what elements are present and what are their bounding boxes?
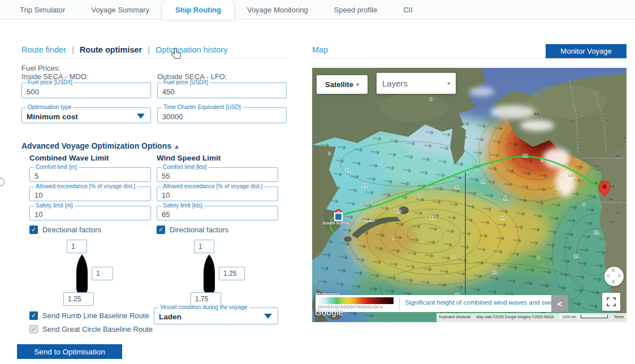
wind-directional-factors-widget [189,240,253,306]
contour-value-label: 2.5 [396,209,401,213]
vessel-condition-select[interactable]: Vessel condition during the voyage Laden [154,307,278,324]
vessel-condition-value: Laden [159,313,182,321]
fullscreen-icon [607,297,616,306]
rumb-line-checkbox[interactable]: ✓ [29,311,38,320]
optimisation-type-select[interactable]: Optimisation type Minimum cost [21,107,151,123]
map-place-label: South Korea [322,220,349,226]
map-region-label: Ca [621,136,626,140]
contour-value-label: 7 [541,158,543,162]
great-circle-checkbox: ✓ [29,325,38,333]
wind-limit-title: Wind Speed Limit [157,154,221,162]
legend-collapse-button[interactable]: < [551,295,568,312]
wind-exceedance-input[interactable] [157,188,278,200]
keyboard-shortcuts-link[interactable]: Keyboard shortcuts [437,313,474,322]
fuel-prices-title: Fuel Prices: [21,64,61,72]
map-attribution-bar: Keyboard shortcuts Map data ©2025 Google… [312,313,627,322]
tce-input[interactable] [158,109,286,122]
wave-follow-factor-input[interactable] [63,292,94,306]
contour-value-label: 1.5 [492,270,498,274]
wave-limit-title: Combined Wave Limit [29,154,109,162]
map-region-label: NV [616,211,621,215]
chevron-down-icon [264,314,272,319]
map-region-label: OR [607,197,614,201]
tab-ship-routing[interactable]: Ship Routing [162,0,234,20]
tab-voyage-summary[interactable]: Voyage Summary [78,0,162,19]
layers-dropdown[interactable]: Layers▾ [377,73,456,94]
clipped-edge-element [0,178,5,186]
contour-value-label: 1.5 [345,168,351,172]
weather-map-graphic [312,68,627,322]
map-region-label: NT [606,119,611,123]
nav-separator: | [148,45,150,54]
optimisation-type-value: Minimum cost [27,112,78,121]
wave-height-colorbar [319,297,394,304]
fullscreen-button[interactable] [602,293,620,311]
wave-safety-input[interactable] [30,207,150,219]
wind-comfort-input[interactable] [157,169,278,181]
optimisation-type-label: Optimisation type [26,104,73,110]
contour-value-label: 2 [379,161,382,165]
pan-down-icon: ᐯ [612,279,615,284]
tab-speed-profile[interactable]: Speed profile [321,0,391,19]
contour-value-label: 3.5 [503,197,509,201]
advanced-options-toggle[interactable]: Advanced Voyage Optimization Options ▲ [21,141,180,150]
terms-link[interactable]: Terms [611,313,627,322]
pan-right-icon: ᐳ [617,274,621,279]
route-finder-link[interactable]: Route finder [21,45,66,54]
map-type-dropdown[interactable]: Satellite▾ [317,75,368,94]
contour-value-label: 6.5 [522,154,528,158]
wind-head-factor-input[interactable] [194,240,214,253]
map-data-attribution: Map data ©2025 Google Imagery ©2025 NASA [474,313,557,322]
wind-safety-input[interactable] [157,207,278,219]
wave-directional-checkbox[interactable]: ✓ [29,226,38,234]
pan-up-icon: ᐱ [612,268,615,273]
chevron-down-icon: ▾ [447,80,450,86]
map-title: Map [312,45,328,54]
contour-value-label: 2.5 [362,184,368,188]
map-region-label: AK [534,112,539,116]
wind-directional-checkbox[interactable]: ✓ [157,226,165,234]
wind-beam-factor-input[interactable] [219,267,245,280]
scale-bar [581,315,608,318]
ship-hull-icon [74,254,90,294]
wave-height-legend: 00.511.523456789101112 m Significant hei… [316,295,551,312]
monitor-voyage-button[interactable]: Monitor Voyage [546,44,627,58]
chevron-down-icon: ▾ [356,81,359,88]
contour-value-label: 3.5 [430,216,435,220]
optimisation-history-link[interactable]: Optimisation history [155,45,227,54]
tab-cii[interactable]: CII [390,0,426,19]
map-region-label: BC [595,164,601,168]
map-region-label: ID [623,198,627,202]
wave-head-factor-input[interactable] [67,240,87,253]
wind-directional-label: Directional factors [170,226,228,234]
route-optimiser-link[interactable]: Route optimiser [80,45,142,54]
map-region-label: CA [609,220,615,224]
nav-separator: | [72,45,74,54]
send-to-optimisation-button[interactable]: Send to Optimisation [17,344,122,359]
rumb-line-label: Send Rumb Line Baseline Route [42,311,149,320]
contour-value-label: 3.5 [568,174,573,178]
contour-value-label: 3 [392,236,395,240]
wave-exceedance-input[interactable] [30,188,150,200]
contour-value-label: 4.5 [500,216,506,220]
map-place-label: Japan [362,218,375,223]
main-tab-bar: Trip SimulatorVoyage SummaryShip Routing… [0,0,635,20]
colorbar-tick: 11 [370,305,375,309]
map-canvas[interactable]: AKYTNTCaABBCWAORIDNVCASouth KoreaJapanPh… [312,68,627,322]
map-region-label: YT [569,120,574,124]
map-region-label: AB [615,154,621,158]
wave-beam-factor-input[interactable] [92,267,113,280]
wave-directional-label: Directional factors [42,226,101,234]
fuel-price-inside-input[interactable] [22,84,150,97]
fuel-price-outside-input[interactable] [158,84,286,97]
great-circle-label: Send Great Circle Baseline Route [42,325,153,333]
pan-left-icon: ᐸ [607,274,610,279]
tab-trip-simulator[interactable]: Trip Simulator [7,0,78,19]
ship-routing-page: Trip SimulatorVoyage SummaryShip Routing… [0,0,635,364]
legend-caption: Significant height of combined wind wave… [405,299,553,306]
wave-comfort-input[interactable] [30,169,150,181]
pan-control[interactable]: ᐱ ᐯ ᐸ ᐳ [604,267,624,286]
tab-voyage-monitoring[interactable]: Voyage Monitoring [234,0,321,19]
contour-value-label: 2 [452,254,455,258]
colorbar-tick: 12 m [375,305,383,309]
